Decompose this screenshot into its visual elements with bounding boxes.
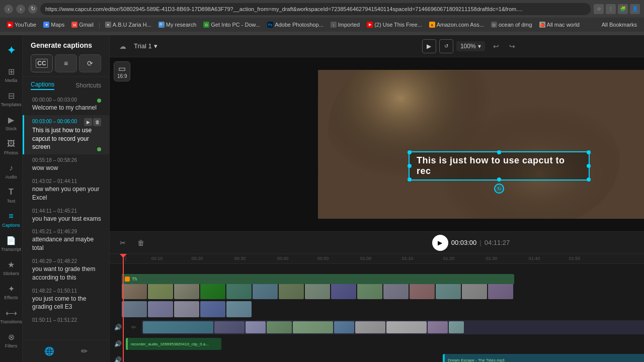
effects-icon: ✦	[6, 283, 17, 294]
audio-edit-icon-1[interactable]: ✏	[126, 324, 142, 331]
skip-back-btn[interactable]: ↺	[439, 39, 453, 53]
caption-item-3[interactable]: 00:55:18 – 00:58:26 wow wow	[23, 154, 109, 175]
resize-handle-mr[interactable]	[587, 164, 591, 168]
amazon-favicon: a	[429, 22, 435, 28]
caption-item-6[interactable]: 01:45:21 – 01:46:29 attendance and maybe…	[23, 226, 109, 255]
caption-type-auto[interactable]: ⟳	[79, 54, 101, 72]
caption-item-4[interactable]: 01:43:02 – 01:44:11 now when you open yo…	[23, 175, 109, 205]
media-label: Media	[5, 78, 18, 83]
undo-btn[interactable]: ↩	[489, 39, 503, 53]
captions-list: 00:00:00 – 00:03:00 Welcome to my channe…	[23, 92, 109, 340]
caption-type-buttons: CC ≡ ⟳	[31, 54, 101, 72]
audio-bar-teal[interactable]: Dream Escape - The Tides.mp3	[443, 354, 644, 362]
bookmark-allmac[interactable]: 🍎 All mac world	[536, 21, 583, 29]
resize-handle-br[interactable]	[587, 177, 591, 182]
caption-item-5[interactable]: 01:44:11 – 01:45:21 you have your test e…	[23, 205, 109, 226]
back-btn[interactable]: ‹	[4, 5, 13, 14]
aspect-ratio-btn[interactable]: ▭ 16:9	[114, 61, 130, 81]
bookmark-star[interactable]: ☆	[594, 4, 604, 14]
play-btn-preview[interactable]: ▶	[422, 39, 436, 53]
resize-handle-tr[interactable]	[587, 150, 591, 154]
sidebar-item-logo[interactable]: ✦	[0, 39, 22, 61]
sidebar-item-transcript[interactable]: 📄 Transcript	[0, 232, 22, 254]
sub-thumb-6	[334, 321, 354, 333]
timeline-ruler: | 00:10 00:20 00:30 00:40 00:50 01:00 01…	[110, 254, 644, 264]
bookmark-getinto[interactable]: G Get Into PC - Dow...	[200, 21, 263, 29]
sidebar-item-photos[interactable]: 🖼 Photos	[0, 136, 22, 158]
bookmark-photoshop[interactable]: Ps Adobe Photoshop...	[264, 21, 327, 29]
caption-item-8[interactable]: 01:48:22 – 01:50:11 you just come to the…	[23, 285, 109, 315]
second-thumb-5	[226, 301, 252, 317]
bookmark-imported[interactable]: ↓ Imported	[328, 21, 363, 29]
bookmark-youtube[interactable]: ▶ YouTube	[4, 21, 39, 29]
research-favicon: 🔍	[158, 22, 165, 28]
address-bar[interactable]: https://www.capcut.com/editor/50802945-5…	[40, 3, 591, 15]
sidebar-item-filters[interactable]: ⊗ Filters	[0, 329, 22, 351]
caption-delete-btn[interactable]: 🗑	[93, 118, 101, 126]
sidebar-item-templates[interactable]: ⊟ Templates	[0, 87, 22, 110]
caption-play-btn[interactable]: ▶	[84, 118, 92, 126]
delete-btn[interactable]: 🗑	[134, 236, 148, 250]
split-btn[interactable]: ✂	[116, 236, 130, 250]
caption-text-4: now when you open your Excel	[32, 185, 101, 202]
sidebar-item-captions[interactable]: ≡ Captions	[0, 208, 22, 230]
browser-menu[interactable]: ⋮	[606, 4, 616, 14]
tab-shortcuts[interactable]: Shortcuts	[75, 82, 101, 89]
caption-item-7[interactable]: 01:46:29 – 01:48:22 you want to grade th…	[23, 255, 109, 285]
bookmark-oceandmg[interactable]: ◎ ocean of dmg	[488, 21, 535, 29]
extensions-btn[interactable]: 🧩	[618, 4, 628, 14]
sidebar-item-stock[interactable]: ▶ Stock	[0, 112, 22, 134]
play-pause-btn[interactable]: ▶	[432, 235, 448, 251]
caption-overlay[interactable]: This is just how to use capcut to rec	[409, 151, 590, 180]
bookmark-research[interactable]: 🔍 My research	[155, 21, 200, 29]
undo-redo-controls: ↩ ↪	[489, 39, 519, 53]
sidebar-item-stickers[interactable]: ★ Stickers	[0, 256, 22, 279]
second-thumb-3	[174, 301, 199, 317]
bookmark-abu[interactable]: ■ A.B.U Zaria H...	[102, 21, 154, 29]
cloud-save-icon[interactable]: ☁	[116, 39, 130, 53]
caption-type-cc[interactable]: CC	[31, 54, 53, 72]
timeline-tracks[interactable]: | 00:10 00:20 00:30 00:40 00:50 01:00 01…	[110, 254, 644, 362]
video-background	[318, 70, 644, 219]
caption-time-5: 01:44:11 – 01:45:21	[32, 208, 101, 214]
tab-captions[interactable]: Captions	[31, 81, 54, 90]
templates-icon: ⊟	[6, 90, 17, 101]
bookmark-gmail[interactable]: M Gmail	[68, 21, 97, 29]
sidebar-item-effects[interactable]: ✦ Effects	[0, 281, 22, 303]
sidebar-item-media[interactable]: ⊞ Media	[0, 63, 22, 85]
sub-thumb-3	[246, 321, 266, 333]
sidebar-item-audio[interactable]: ♪ Audio	[0, 160, 22, 182]
resize-handle-tm[interactable]	[497, 150, 501, 154]
redo-btn[interactable]: ↪	[505, 39, 519, 53]
stock-icon: ▶	[6, 114, 17, 125]
bookmark-amazon[interactable]: a Amazon.com Ass...	[426, 21, 487, 29]
translate-btn[interactable]: 🌐	[42, 344, 56, 358]
audio-bar-green[interactable]: recorder_audio_1699953820410_clip_0.a...	[126, 338, 221, 350]
caption-rotate-handle[interactable]: ↻	[494, 184, 504, 194]
forward-btn[interactable]: ›	[16, 5, 25, 14]
refresh-btn[interactable]: ↻	[28, 5, 37, 14]
lines-icon: ≡	[64, 59, 68, 67]
text-label: Text	[7, 199, 16, 204]
all-bookmarks-btn[interactable]: All Bookmarks	[599, 21, 640, 29]
caption-item-1[interactable]: 00:00:00 – 00:03:00 Welcome to my channe…	[23, 94, 109, 115]
caption-item-9[interactable]: 01:50:11 – 01:51:22	[23, 314, 109, 327]
sidebar-item-text[interactable]: T Text	[0, 184, 22, 206]
video-area: ▭ 16:9	[110, 57, 644, 231]
bookmark-maps[interactable]: ◈ Maps	[40, 21, 67, 29]
profile-btn[interactable]: 👤	[630, 4, 640, 14]
resize-handle-ml[interactable]	[408, 164, 412, 168]
caption-type-lines[interactable]: ≡	[55, 54, 77, 72]
edit-captions-btn[interactable]: ✏	[79, 344, 90, 358]
sidebar-item-transitions[interactable]: ⟷ Transitions	[0, 305, 22, 327]
caption-item-2[interactable]: 00:03:00 – 00:06:00 ▶ 🗑 This is just how…	[23, 115, 109, 154]
resize-handle-bm[interactable]	[497, 177, 501, 182]
time-separator: |	[479, 239, 481, 246]
sub-thumb-2	[214, 321, 245, 333]
transitions-icon: ⟷	[6, 307, 17, 318]
bookmark-usethis[interactable]: ▶ (2) Use This Free...	[364, 21, 425, 29]
resize-handle-tl[interactable]	[408, 150, 412, 154]
resize-handle-bl[interactable]	[408, 177, 412, 182]
project-name[interactable]: Trial 1 ▾	[134, 42, 157, 50]
zoom-control[interactable]: 100% ▾	[456, 41, 485, 51]
